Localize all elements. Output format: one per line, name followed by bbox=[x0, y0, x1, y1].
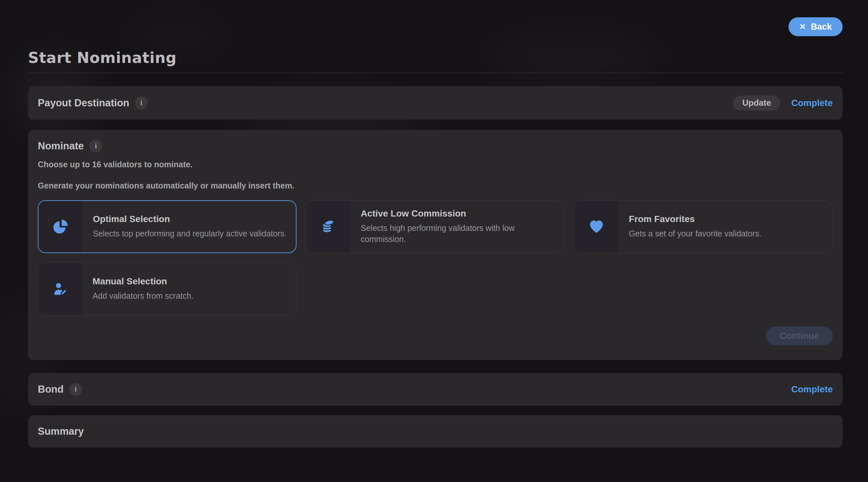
start-nominating-overlay: Start Nominating Payout Destination i Up… bbox=[28, 0, 843, 448]
nomination-methods-grid: Optimal Selection Selects top performing… bbox=[38, 200, 833, 315]
title-divider bbox=[28, 73, 843, 73]
continue-button[interactable]: Continue bbox=[766, 327, 833, 345]
method-description: Selects high performing validators with … bbox=[361, 223, 556, 245]
summary-title: Summary bbox=[38, 426, 84, 437]
section-payout-destination: Payout Destination i Update Complete bbox=[28, 86, 843, 120]
method-card-active-low-commission[interactable]: Active Low Commission Selects high perfo… bbox=[306, 200, 565, 253]
method-title: Manual Selection bbox=[93, 276, 193, 287]
section-bond: Bond i Complete bbox=[28, 373, 843, 406]
payout-status-badge: Complete bbox=[791, 98, 833, 108]
method-title: Optimal Selection bbox=[93, 214, 287, 224]
method-card-manual-selection[interactable]: Manual Selection Add validators from scr… bbox=[38, 262, 297, 315]
nominate-hint-generate: Generate your nominations automatically … bbox=[38, 181, 833, 191]
section-summary: Summary bbox=[28, 415, 843, 448]
info-icon[interactable]: i bbox=[69, 383, 82, 396]
heart-icon bbox=[575, 201, 618, 253]
bond-title: Bond bbox=[38, 384, 64, 395]
method-description: Selects top performing and regularly act… bbox=[93, 228, 287, 239]
nominate-title: Nominate bbox=[38, 140, 84, 152]
method-title: Active Low Commission bbox=[361, 208, 556, 219]
info-icon[interactable]: i bbox=[135, 96, 148, 110]
info-icon[interactable]: i bbox=[89, 140, 102, 152]
update-button[interactable]: Update bbox=[733, 95, 780, 111]
method-card-from-favorites[interactable]: From Favorites Gets a set of your favori… bbox=[574, 200, 833, 253]
section-nominate: Nominate i Choose up to 16 validators to… bbox=[28, 130, 843, 360]
pie-chart-icon bbox=[38, 201, 83, 252]
payout-destination-title: Payout Destination bbox=[38, 97, 129, 109]
user-edit-icon bbox=[38, 263, 82, 315]
page-title: Start Nominating bbox=[28, 48, 843, 67]
method-description: Gets a set of your favorite validators. bbox=[629, 228, 762, 239]
bond-status-badge: Complete bbox=[791, 384, 833, 395]
method-card-optimal-selection[interactable]: Optimal Selection Selects top performing… bbox=[38, 200, 297, 253]
method-description: Add validators from scratch. bbox=[93, 290, 193, 302]
method-title: From Favorites bbox=[629, 214, 762, 224]
coins-icon bbox=[306, 201, 350, 253]
nominate-hint-validators: Choose up to 16 validators to nominate. bbox=[38, 160, 833, 169]
